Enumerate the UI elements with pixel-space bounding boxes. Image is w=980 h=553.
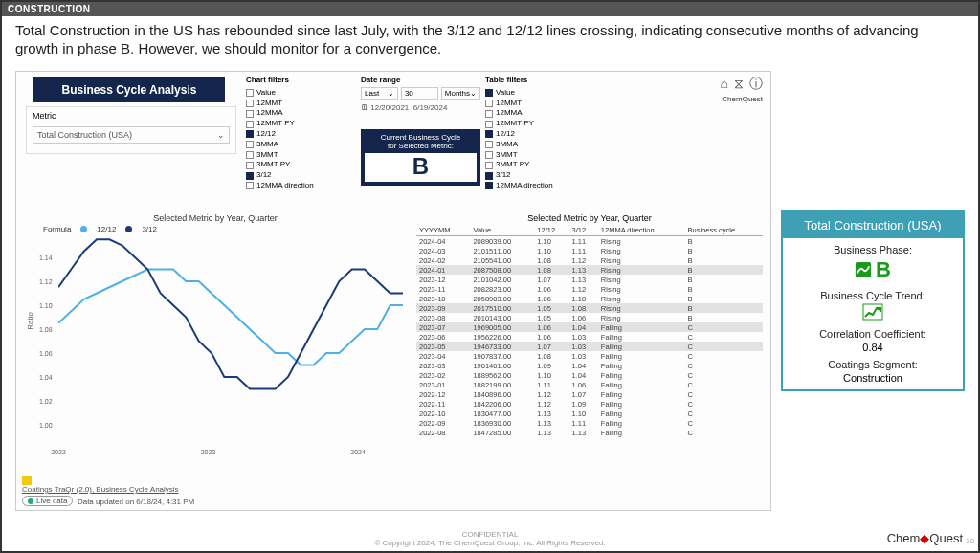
y-axis-label: Ratio [26,312,34,330]
y-tick: 1.06 [39,350,53,357]
table-row[interactable]: 2023-061956226.001.061.03FallingC [416,332,763,342]
table-row[interactable]: 2023-051946733.001.071.03FallingC [416,342,763,351]
line-chart: Selected Metric by Year, Quarter Formula… [24,213,407,472]
phase-label: Business Phase: [783,244,963,255]
table-row[interactable]: 2022-091836930.001.131.11FallingC [416,418,763,428]
table-row[interactable]: 2023-082010143.001.051.06RisingB [416,313,763,322]
date-n-input[interactable]: 30 [401,87,438,100]
table-row[interactable]: 2024-042089039.001.101.11RisingB [416,236,763,247]
filter-3mma[interactable]: 3MMA [246,140,351,150]
cycle-letter: B [365,153,477,182]
y-tick: 1.12 [39,278,53,285]
filter-12mmt[interactable]: 12MMT [485,99,600,109]
date-unit-dropdown[interactable]: Months⌄ [441,87,480,100]
table-row[interactable]: 2023-112082823.001.061.12RisingB [416,284,763,294]
y-tick: 1.10 [39,302,53,309]
reset-filter-icon[interactable]: ⧖ [734,76,744,93]
series-1212 [58,270,403,365]
segment-value: Construction [783,372,963,384]
date-range-title: Date range [361,76,480,84]
phase-value: B [855,257,891,282]
summary-card: Total Construction (USA) Business Phase:… [781,210,965,391]
info-icon[interactable]: ⓘ [749,76,763,93]
date-range-values: 🗓 12/20/2021 6/19/2024 [361,103,480,112]
section-header: CONSTRUCTION [2,2,978,16]
y-tick: 1.02 [39,398,53,405]
table-row[interactable]: 2023-031901401.001.091.04FallingC [416,361,763,370]
filter-12mmt[interactable]: 12MMT [246,99,351,109]
calendar-icon: 🗓 [361,103,368,112]
home-icon[interactable]: ⌂ [721,76,728,93]
date-range: Date range Last⌄ 30 Months⌄ 🗓 12/20/2021… [361,76,480,112]
live-data-badge[interactable]: Live data [22,496,73,506]
headline-text: Total Construction in the US has rebound… [2,16,978,62]
table-row[interactable]: 2024-032101511.001.101.11RisingB [416,246,763,255]
page-footer: CONFIDENTIAL © Copyright 2024, The ChemQ… [2,530,978,547]
table-row[interactable]: 2023-071969005.001.061.04FallingC [416,322,763,332]
metric-label: Metric [33,111,230,121]
metric-dropdown[interactable]: Total Construction (USA)⌄ [33,126,230,144]
legend-dot-1212 [80,226,87,232]
filter-12mma[interactable]: 12MMA [485,108,600,119]
chart-filters-title: Chart filters [246,76,351,86]
corr-label: Correlation Coefficient: [783,328,963,340]
table-row[interactable]: 2023-122101042.001.071.13RisingB [416,275,763,284]
col-header[interactable]: Business cycle [684,225,763,236]
trend-icon [783,303,963,322]
filter-12mmtpy[interactable]: 12MMT PY [485,119,600,129]
filter-312[interactable]: 3/12 [485,170,600,181]
col-header[interactable]: 12MMA direction [598,225,685,236]
x-tick: 2024 [350,449,366,455]
filter-3mma[interactable]: 3MMA [485,140,600,150]
filter-12mmadirection[interactable]: 12MMA direction [485,181,600,191]
filter-3mmtpy[interactable]: 3MMT PY [485,160,600,170]
filter-1212[interactable]: 12/12 [246,129,351,140]
filter-value[interactable]: Value [246,88,351,99]
table-title: Selected Metric by Year, Quarter [416,213,763,223]
table-row[interactable]: 2024-022105541.001.081.12RisingB [416,255,763,265]
chevron-down-icon: ⌄ [217,130,225,140]
table-filters-title: Table filters [485,76,600,86]
table-row[interactable]: 2022-081847285.001.131.13FallingC [416,428,763,437]
filter-12mmadirection[interactable]: 12MMA direction [246,181,351,191]
table-row[interactable]: 2023-021889562.001.101.04FallingC [416,370,763,380]
filter-3mmtpy[interactable]: 3MMT PY [246,160,351,170]
chart-legend: Formula 12/12 3/12 [43,225,407,233]
x-tick: 2023 [201,449,216,455]
filter-3mmt[interactable]: 3MMT [485,150,600,161]
y-tick: 1.14 [39,254,53,261]
y-tick: 1.00 [39,422,53,429]
chart-filters: Chart filters Value12MMT12MMA12MMT PY12/… [246,76,351,191]
filter-value[interactable]: Value [485,88,600,99]
y-tick: 1.04 [39,374,53,381]
series-312 [58,239,403,388]
source-link[interactable]: Coatings TraQr (2.0), Business Cycle Ana… [22,485,194,494]
dashboard-footer: Coatings TraQr (2.0), Business Cycle Ana… [22,476,194,506]
chart-title: Selected Metric by Year, Quarter [24,213,407,223]
date-mode-dropdown[interactable]: Last⌄ [361,87,398,100]
segment-label: Coatings Segment: [783,359,963,370]
filter-312[interactable]: 3/12 [246,170,351,181]
table-row[interactable]: 2022-101830477.001.131.10FallingC [416,409,763,418]
trend-label: Business Cycle Trend: [783,290,963,301]
filter-12mmtpy[interactable]: 12MMT PY [246,119,351,129]
table-row[interactable]: 2023-102058903.001.061.10RisingB [416,294,763,303]
filter-12mma[interactable]: 12MMA [246,108,351,119]
col-header[interactable]: YYYYMM [416,225,470,236]
table-row[interactable]: 2023-011882199.001.111.06FallingC [416,380,763,389]
logo-bottom-right: Chem◆Quest [887,531,963,545]
col-header[interactable]: Value [470,225,534,236]
table-row[interactable]: 2023-092017510.001.051.08RisingB [416,303,763,313]
table-row[interactable]: 2023-041907837.001.081.03FallingC [416,351,763,361]
filter-1212[interactable]: 12/12 [485,129,600,140]
col-header[interactable]: 3/12 [569,225,598,236]
bca-title: Business Cycle Analysis [33,77,225,102]
table-row[interactable]: 2022-121840896.001.121.07FallingC [416,389,763,399]
y-tick: 1.08 [39,326,53,333]
table-row[interactable]: 2022-111842206.001.121.09FallingC [416,399,763,409]
table-row[interactable]: 2024-012087508.001.081.13RisingB [416,265,763,275]
filter-3mmt[interactable]: 3MMT [246,150,351,161]
col-header[interactable]: 12/12 [534,225,568,236]
brand-small: ChemQuest [722,95,763,103]
data-table: Selected Metric by Year, Quarter YYYYMMV… [416,213,763,491]
